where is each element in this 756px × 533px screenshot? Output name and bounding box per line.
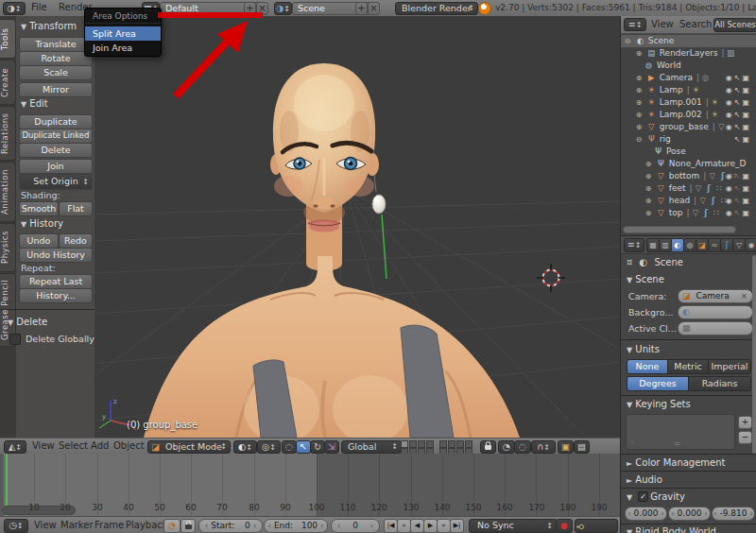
flat-button[interactable]: Flat — [59, 201, 93, 216]
render-opengl-button[interactable]: ▣ — [558, 440, 574, 454]
pivot-dropdown[interactable]: ◎↕ — [257, 440, 281, 454]
tab-animation[interactable]: Animation — [0, 162, 16, 222]
unit-none-button[interactable]: None — [627, 359, 668, 374]
outliner-row-world[interactable]: ◍ World — [621, 60, 756, 72]
outliner-row-scene[interactable]: ⊖ ◐ Scene — [621, 35, 756, 47]
tab-data[interactable]: ▽ — [732, 238, 746, 252]
menu-item-split-area[interactable]: Split Area — [85, 26, 161, 41]
lock-to-scene-button[interactable] — [480, 440, 496, 454]
delete-button[interactable]: Delete — [19, 143, 93, 158]
gravity-z-field[interactable]: ‹ -9.810 › — [712, 507, 755, 521]
render-animation-button[interactable]: ▤ — [574, 440, 590, 454]
selectable-cursor-icon[interactable]: ↖ — [734, 209, 743, 217]
expand-icon[interactable]: ⊕ — [644, 158, 653, 170]
mode-dropdown[interactable]: ◪ Object Mode ↕ — [147, 440, 231, 454]
outliner-row-bottom[interactable]: ⊕ ▽ bottom |▽ʃ∷ ◉↖▣ — [621, 170, 756, 182]
next-keyframe-button[interactable]: » — [437, 519, 451, 533]
editor-type-button[interactable]: ◑↕ — [3, 2, 26, 15]
camera-id-field[interactable]: ◪ Camera × — [678, 289, 753, 303]
view3d-menu-select[interactable]: Select — [59, 438, 88, 453]
visibility-eye-icon[interactable]: ◉ — [726, 86, 734, 95]
play-reverse-button[interactable]: ◀ — [410, 519, 424, 533]
gravity-checkbox[interactable]: ✓ — [638, 491, 648, 502]
unit-imperial-button[interactable]: Imperial — [708, 359, 751, 374]
scene-add-button[interactable]: + — [355, 2, 368, 15]
expand-icon[interactable]: ⊕ — [634, 109, 644, 121]
layout-add-button[interactable]: + — [244, 2, 256, 15]
manipulator-scale-button[interactable]: ⇲ — [324, 440, 339, 454]
expand-icon[interactable]: ⊕ — [634, 121, 644, 133]
timeline-menu-view[interactable]: View — [34, 518, 57, 532]
visibility-eye-icon[interactable]: ◉ — [726, 209, 734, 217]
render-engine-dropdown[interactable]: Blender Render ↕ — [395, 2, 478, 15]
manipulator-rotate-button[interactable]: ↻ — [310, 440, 325, 454]
visibility-eye-icon[interactable]: ◉ — [726, 184, 734, 193]
mirror-button[interactable]: Mirror — [19, 82, 93, 97]
expand-icon[interactable]: ⊕ — [644, 195, 653, 207]
unit-radians-button[interactable]: Radians — [688, 376, 751, 391]
gravity-y-field[interactable]: ‹ 0.000 › — [668, 507, 711, 521]
frame-end-field[interactable]: ‹ End: 100 › — [264, 519, 328, 533]
scene-panel-header[interactable]: ▼ Scene — [627, 274, 664, 284]
join-button[interactable]: Join — [19, 159, 93, 174]
unit-metric-button[interactable]: Metric — [667, 359, 709, 374]
visibility-eye-icon[interactable]: ◉ — [726, 111, 734, 119]
visibility-eye-icon[interactable]: ◉ — [726, 98, 734, 107]
outliner-row-lamp002[interactable]: ⊕ ☀ Lamp.002 |☀ ◉↖▣ — [621, 109, 756, 121]
background-id-field[interactable]: ◐ — [678, 305, 753, 319]
expand-icon[interactable]: ⊕ — [634, 96, 644, 109]
sync-dropdown[interactable]: No Sync ↕ — [469, 519, 558, 533]
view3d-menu-view[interactable]: View — [32, 438, 55, 453]
viewport-3d[interactable]: z y x (0) group_base — [94, 16, 620, 438]
outliner-row-head[interactable]: ⊕ ▽ head |▽ʃ∷ ◉↖▣ — [621, 195, 756, 207]
snap-element-button[interactable]: ◌ — [514, 440, 531, 454]
outliner-editor-type-button[interactable]: ≡↕ — [624, 18, 646, 31]
expand-icon[interactable]: ⊕ — [634, 47, 644, 60]
keying-sets-list[interactable]: ◦ = — [626, 414, 735, 450]
tab-render[interactable]: ▦ — [646, 238, 660, 252]
timeline-menu-marker[interactable]: Marker — [60, 518, 94, 532]
outliner-row-camera[interactable]: ⊕ ▶ Camera |◎ ◉↖▣ — [621, 72, 756, 84]
properties-editor-type-button[interactable]: ≡↕ — [624, 238, 644, 252]
smooth-button[interactable]: Smooth — [19, 201, 59, 216]
renderable-camera-icon[interactable]: ▣ — [742, 111, 751, 119]
tab-create[interactable]: Create — [0, 60, 16, 105]
auto-keyframe-button[interactable]: ● — [556, 519, 573, 533]
properties-vscrollbar[interactable] — [752, 255, 756, 454]
frame-start-field[interactable]: ‹ Start: 0 › — [198, 519, 263, 533]
duplicate-linked-button[interactable]: Duplicate Linked — [19, 129, 93, 144]
outliner-row-group-base[interactable]: ⊕ ▽ group_base |▽ ◉↖▣ — [621, 121, 756, 133]
tab-physics[interactable]: Physics — [0, 223, 16, 272]
duplicate-button[interactable]: Duplicate — [19, 114, 93, 129]
tab-relations[interactable]: Relations — [0, 106, 16, 161]
shading-dropdown[interactable]: ◐↕ — [233, 440, 257, 454]
undo-button[interactable]: Undo — [19, 233, 59, 249]
manipulator-translate-button[interactable]: ↖ — [296, 440, 311, 454]
outliner-row-armature-modifier[interactable]: ⊕ Ψ None_Armature_D — [621, 158, 756, 170]
outliner-hscrollbar[interactable] — [623, 226, 736, 233]
timeline-region[interactable]: 10 20 30 40 50 60 70 80 90 100 110 120 1… — [0, 454, 620, 516]
outliner-row-lamp001[interactable]: ⊕ ☀ Lamp.001 |☀ ◉↖▣ — [621, 96, 756, 109]
translate-button[interactable]: Translate — [19, 37, 93, 52]
delete-globally-checkbox[interactable] — [9, 334, 21, 345]
expand-icon[interactable]: ⊕ — [644, 170, 653, 182]
renderable-camera-icon[interactable]: ▣ — [742, 197, 751, 205]
tab-tools[interactable]: Tools — [0, 19, 16, 59]
timeline-menu-frame[interactable]: Frame — [94, 518, 124, 532]
layers-widget[interactable] — [401, 440, 476, 453]
panel-edit-header[interactable]: ▼ Edit — [21, 98, 48, 109]
tab-modifiers[interactable]: ʃ — [720, 238, 733, 252]
menu-item-join-area[interactable]: Join Area — [85, 41, 161, 55]
keying-set-add-button[interactable]: + — [738, 416, 752, 429]
expand-icon[interactable]: ⊕ — [644, 182, 653, 195]
orientation-dropdown[interactable]: Global ↕ — [341, 440, 402, 454]
rigid-body-panel-header[interactable]: ▼ Rigid Body World — [627, 526, 716, 533]
renderable-camera-icon[interactable]: ▣ — [742, 184, 751, 193]
set-origin-dropdown[interactable]: Set Origin ↕ — [19, 174, 93, 190]
renderable-camera-icon[interactable]: ▣ — [742, 172, 751, 181]
timeline-menu-playback[interactable]: Playback — [126, 518, 168, 532]
expand-icon[interactable]: ⊕ — [634, 72, 644, 84]
outliner-row-top[interactable]: ⊕ ▽ top |▽ʃ∷ ◉↖▣ — [621, 207, 756, 219]
keying-set-field[interactable]: ♀ — [575, 519, 618, 533]
keying-sets-panel-header[interactable]: ▼ Keying Sets — [627, 399, 691, 409]
